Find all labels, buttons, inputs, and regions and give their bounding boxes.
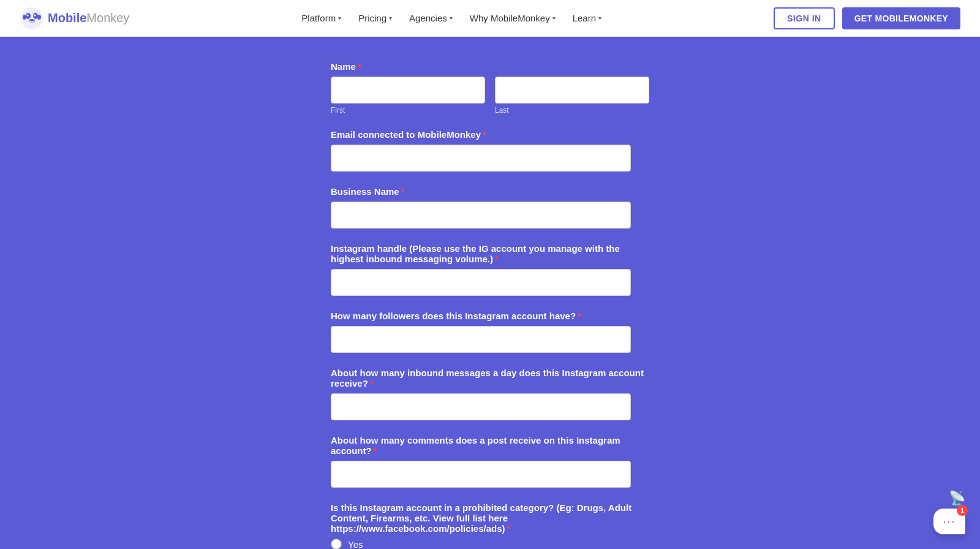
svg-point-3 [27,14,29,16]
yes-radio[interactable] [331,539,342,549]
nav-item-pricing[interactable]: Pricing ▾ [351,9,399,27]
svg-point-6 [23,15,26,20]
business-group: Business Name* [331,186,649,229]
logo-text: MobileMonkey [48,11,129,25]
yes-option[interactable]: Yes [331,539,649,549]
last-name-field: Last [495,77,649,115]
first-name-input[interactable] [331,77,485,104]
followers-input[interactable] [331,326,631,353]
last-sublabel: Last [495,106,649,115]
chat-dots-icon: ··· [943,515,956,528]
email-group: Email connected to MobileMonkey* [331,129,649,172]
form-container: Name* First Last Email connected to Mobi… [331,61,649,549]
name-row: First Last [331,77,649,115]
email-label: Email connected to MobileMonkey* [331,129,649,140]
prohibited-radio-group: Yes No [331,539,649,549]
logo-icon [20,6,44,31]
first-name-field: First [331,77,485,115]
main-content: Name* First Last Email connected to Mobi… [0,37,980,549]
get-mobilemonkey-button[interactable]: GET MOBILEMONKEY [842,7,960,29]
chevron-down-icon: ▾ [598,15,601,21]
chat-widget: 📡 ··· 1 [933,490,965,534]
inbound-label: About how many inbound messages a day do… [331,368,649,388]
nav-buttons: SIGN IN GET MOBILEMONKEY [774,7,960,29]
svg-point-4 [34,14,36,16]
nav-item-platform[interactable]: Platform ▾ [294,9,349,27]
svg-point-7 [37,15,41,20]
nav-item-learn[interactable]: Learn ▾ [565,9,609,27]
name-group: Name* First Last [331,61,649,115]
instagram-input[interactable] [331,269,631,296]
prohibited-label: Is this Instagram account in a prohibite… [331,502,649,534]
comments-label: About how many comments does a post rece… [331,435,649,456]
name-label: Name* [331,61,649,72]
comments-group: About how many comments does a post rece… [331,435,649,488]
signin-button[interactable]: SIGN IN [774,7,835,29]
last-name-input[interactable] [495,77,649,104]
logo-link[interactable]: MobileMonkey [20,6,129,31]
chevron-down-icon: ▾ [338,15,341,21]
chevron-down-icon: ▾ [389,15,392,21]
nav-links: Platform ▾ Pricing ▾ Agencies ▾ Why Mobi… [294,9,609,27]
business-name-input[interactable] [331,202,631,229]
yes-label: Yes [348,539,363,550]
nav-item-why[interactable]: Why MobileMonkey ▾ [462,9,563,27]
nav-item-agencies[interactable]: Agencies ▾ [402,9,460,27]
chevron-down-icon: ▾ [450,15,453,21]
followers-group: How many followers does this Instagram a… [331,311,649,353]
prohibited-group: Is this Instagram account in a prohibite… [331,502,649,549]
first-sublabel: First [331,106,485,115]
instagram-group: Instagram handle (Please use the IG acco… [331,243,649,296]
chevron-down-icon: ▾ [552,15,556,21]
business-label: Business Name* [331,186,649,197]
inbound-input[interactable] [331,393,631,420]
inbound-group: About how many inbound messages a day do… [331,368,649,420]
signal-icon: 📡 [949,490,965,506]
followers-label: How many followers does this Instagram a… [331,311,649,321]
navbar: MobileMonkey Platform ▾ Pricing ▾ Agenci… [0,0,980,37]
chat-badge: 1 [957,505,968,516]
email-input[interactable] [331,145,631,172]
comments-input[interactable] [331,461,631,488]
instagram-label: Instagram handle (Please use the IG acco… [331,243,649,264]
chat-bubble-button[interactable]: ··· 1 [933,509,965,534]
